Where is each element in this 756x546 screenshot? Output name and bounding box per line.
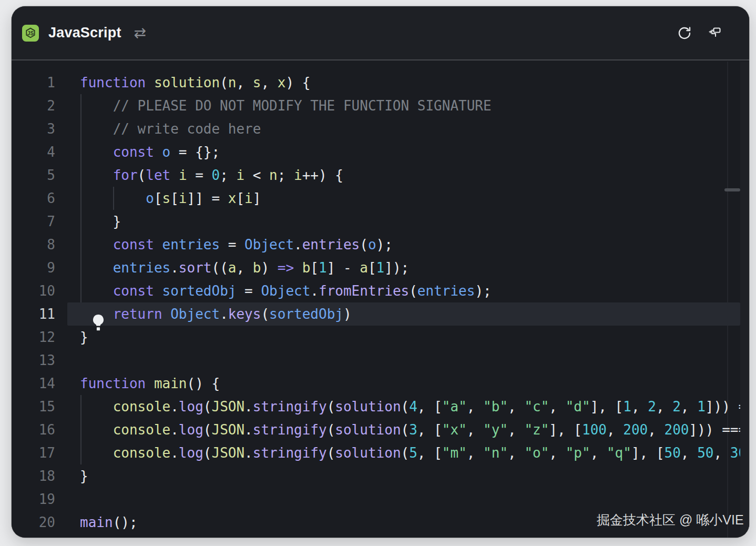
code-text: return Object.keys(sortedObj) — [80, 302, 740, 326]
code-editor[interactable]: 1function solution(n, s, x) {2 // PLEASE… — [12, 62, 749, 538]
line-number: 15 — [12, 395, 55, 418]
svg-text:JS: JS — [27, 30, 34, 36]
code-text: console.log(JSON.stringify(solution(4, [… — [80, 395, 740, 418]
line-number: 20 — [12, 511, 55, 534]
code-text: entries.sort((a, b) => b[1] - a[1]); — [80, 256, 740, 279]
code-text: const o = {}; — [80, 140, 740, 164]
line-number: 17 — [12, 441, 55, 464]
code-text: console.log(JSON.stringify(solution(5, [… — [80, 441, 740, 464]
code-line[interactable]: 6 o[s[i]] = x[i] — [12, 187, 749, 210]
code-text: o[s[i]] = x[i] — [80, 187, 740, 210]
code-line[interactable]: 18} — [12, 464, 749, 488]
code-line[interactable]: 8 const entries = Object.entries(o); — [12, 233, 749, 256]
lightbulb-icon[interactable] — [91, 314, 105, 333]
line-number: 11 — [12, 302, 55, 326]
code-line[interactable]: 12} — [12, 326, 749, 349]
scrollbar-thumb[interactable] — [724, 188, 740, 191]
header-actions — [677, 25, 723, 41]
code-line[interactable]: 11 return Object.keys(sortedObj) — [12, 302, 749, 326]
line-number: 14 — [12, 372, 55, 395]
line-number: 12 — [12, 326, 55, 349]
code-text: console.log(JSON.stringify(solution(3, [… — [80, 418, 740, 441]
code-line[interactable]: 1function solution(n, s, x) { — [12, 71, 749, 94]
line-number: 1 — [12, 71, 55, 94]
line-number: 10 — [12, 279, 55, 302]
line-number: 19 — [12, 488, 55, 511]
line-number: 2 — [12, 94, 55, 117]
line-number: 7 — [12, 210, 55, 233]
code-lines: 1function solution(n, s, x) {2 // PLEASE… — [12, 71, 749, 534]
code-line[interactable]: 19 — [12, 488, 749, 511]
code-editor-window: JS JavaScript ⇄ 1function solution(n, s,… — [12, 6, 749, 538]
line-number: 5 — [12, 164, 55, 187]
language-title: JavaScript — [48, 25, 121, 41]
code-text: const entries = Object.entries(o); — [80, 233, 740, 256]
nodejs-icon: JS — [22, 25, 39, 42]
code-text: // write code here — [80, 117, 740, 140]
code-text: } — [80, 464, 740, 488]
code-line[interactable]: 9 entries.sort((a, b) => b[1] - a[1]); — [12, 256, 749, 279]
code-line[interactable]: 13 — [12, 349, 749, 372]
code-line[interactable]: 16 console.log(JSON.stringify(solution(3… — [12, 418, 749, 441]
format-paint-roller-icon[interactable] — [707, 25, 723, 41]
code-line[interactable]: 4 const o = {}; — [12, 140, 749, 164]
code-text: } — [80, 210, 740, 233]
code-line[interactable]: 3 // write code here — [12, 117, 749, 140]
code-line[interactable]: 14function main() { — [12, 372, 749, 395]
code-text: function main() { — [80, 372, 740, 395]
swap-language-icon[interactable]: ⇄ — [134, 26, 146, 41]
code-line[interactable]: 10 const sortedObj = Object.fromEntries(… — [12, 279, 749, 302]
line-number: 3 — [12, 117, 55, 140]
line-number: 18 — [12, 464, 55, 488]
refresh-icon[interactable] — [677, 25, 692, 41]
code-text: function solution(n, s, x) { — [80, 71, 740, 94]
line-number: 6 — [12, 187, 55, 210]
code-line[interactable]: 15 console.log(JSON.stringify(solution(4… — [12, 395, 749, 418]
editor-header: JS JavaScript ⇄ — [12, 6, 749, 60]
line-number: 9 — [12, 256, 55, 279]
code-text: // PLEASE DO NOT MODIFY THE FUNCTION SIG… — [80, 94, 740, 117]
line-number: 13 — [12, 349, 55, 372]
code-text: } — [80, 326, 740, 349]
line-number: 8 — [12, 233, 55, 256]
code-line[interactable]: 5 for(let i = 0; i < n; i++) { — [12, 164, 749, 187]
code-line[interactable]: 17 console.log(JSON.stringify(solution(5… — [12, 441, 749, 464]
line-number: 16 — [12, 418, 55, 441]
code-line[interactable]: 7 } — [12, 210, 749, 233]
watermark-text: 掘金技术社区 @ 喺小VIE — [597, 508, 744, 531]
code-text: for(let i = 0; i < n; i++) { — [80, 164, 740, 187]
line-number: 4 — [12, 140, 55, 164]
code-line[interactable]: 2 // PLEASE DO NOT MODIFY THE FUNCTION S… — [12, 94, 749, 117]
code-text: const sortedObj = Object.fromEntries(ent… — [80, 279, 740, 302]
